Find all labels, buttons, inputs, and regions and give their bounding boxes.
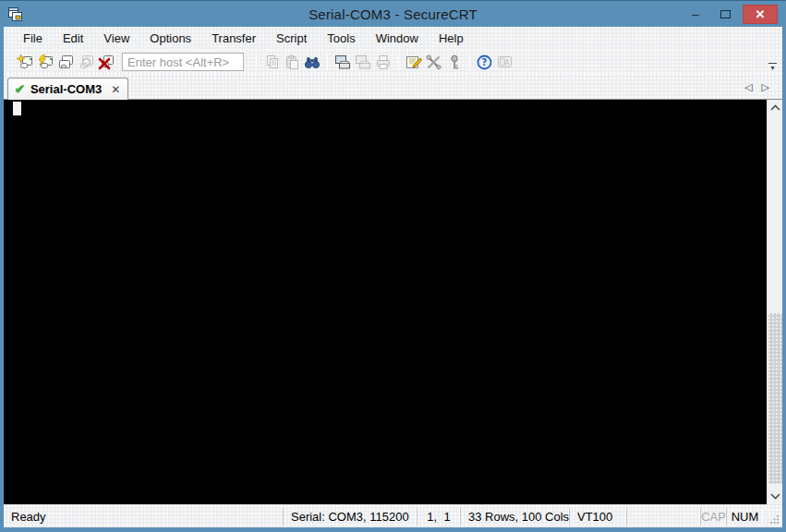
chevron-up-icon: [769, 103, 781, 112]
connect-in-tab-icon: [57, 54, 74, 70]
status-cursor-position: 1, 1: [417, 508, 460, 526]
menu-file[interactable]: File: [13, 30, 53, 47]
menu-help[interactable]: Help: [429, 30, 474, 47]
paste-icon: [284, 54, 300, 70]
resize-grip[interactable]: [763, 508, 782, 526]
copy-icon: [264, 54, 280, 70]
terminal-cursor: [13, 102, 21, 115]
disconnect-icon: [98, 54, 115, 70]
title-bar: Serial-COM3 - SecureCRT – ✕: [0, 1, 786, 27]
tab-close-icon[interactable]: ✕: [111, 83, 120, 96]
terminal-row: [4, 99, 782, 504]
maximize-button[interactable]: [713, 5, 737, 23]
resize-grip-icon: [770, 514, 780, 524]
status-bar: Ready Serial: COM3, 115200 1, 1 33 Rows,…: [4, 504, 782, 527]
key-icon: [448, 54, 461, 70]
svg-text:?: ?: [482, 57, 488, 67]
toolbar-separator: [398, 54, 399, 70]
toolbar-overflow-button[interactable]: ▾: [767, 63, 779, 71]
quick-connect-icon: [37, 54, 54, 70]
global-options-button[interactable]: [424, 52, 444, 72]
font-button[interactable]: A: [495, 52, 515, 72]
print-eject-icon: [355, 54, 371, 70]
minimize-button[interactable]: –: [683, 5, 707, 23]
toolbar-separator: [469, 54, 470, 70]
status-num-lock: NUM: [726, 508, 763, 526]
print-screen-icon: [334, 54, 351, 70]
find-icon: [304, 54, 320, 70]
connected-check-icon: ✔: [15, 82, 25, 96]
minimize-icon: –: [692, 7, 698, 21]
menu-view[interactable]: View: [93, 30, 139, 47]
connect-button[interactable]: [15, 52, 35, 72]
scroll-up-button[interactable]: [768, 100, 783, 115]
reconnect-button[interactable]: [76, 52, 96, 72]
print-screen-button[interactable]: [333, 52, 353, 72]
status-emulation: VT100: [569, 508, 626, 526]
toolbar-separator: [327, 54, 328, 70]
global-options-icon: [426, 54, 442, 70]
tab-serial-com3[interactable]: ✔ Serial-COM3 ✕: [7, 78, 128, 100]
copy-button[interactable]: [261, 52, 282, 72]
status-ready: Ready: [4, 508, 283, 526]
session-options-button[interactable]: [404, 52, 424, 72]
tab-bar: ✔ Serial-COM3 ✕ ◁ ▷: [4, 74, 782, 99]
toolbar: ? A ▾: [4, 49, 782, 74]
terminal-screen[interactable]: [4, 100, 767, 504]
quick-connect-button[interactable]: [35, 52, 55, 72]
tab-scroll-right-icon[interactable]: ▷: [762, 81, 769, 93]
status-caps-lock: CAP: [700, 508, 726, 526]
menu-script[interactable]: Script: [266, 30, 317, 47]
paste-button[interactable]: [282, 52, 302, 72]
chevron-down-icon: [769, 492, 781, 501]
connect-icon: [17, 54, 33, 70]
window-title: Serial-COM3 - SecureCRT: [0, 6, 786, 22]
help-button[interactable]: ?: [475, 52, 495, 72]
scroll-down-button[interactable]: [768, 489, 783, 504]
menu-transfer[interactable]: Transfer: [201, 30, 266, 47]
menu-bar: File Edit View Options Transfer Script T…: [4, 27, 782, 49]
tab-label: Serial-COM3: [30, 82, 102, 96]
status-blank: [626, 508, 700, 526]
window-bottom-border: [0, 527, 786, 532]
menu-options[interactable]: Options: [139, 30, 201, 47]
key-agent-button[interactable]: [444, 52, 465, 72]
session-options-icon: [405, 54, 422, 70]
status-grid-size: 33 Rows, 100 Cols: [460, 508, 569, 526]
host-input[interactable]: [122, 53, 244, 71]
scrollbar-thumb[interactable]: [768, 313, 782, 484]
svg-text:A: A: [504, 58, 510, 66]
maximize-icon: [720, 10, 731, 18]
menu-tools[interactable]: Tools: [317, 30, 365, 47]
close-button[interactable]: ✕: [743, 5, 778, 24]
close-icon: ✕: [756, 7, 766, 21]
reconnect-icon: [78, 54, 94, 70]
help-icon: ?: [477, 54, 493, 70]
chevron-down-icon: ▾: [770, 64, 774, 72]
securecrt-window: Serial-COM3 - SecureCRT – ✕ File Edit Vi…: [0, 0, 786, 532]
print-icon: [375, 54, 392, 70]
font-icon: A: [497, 54, 514, 70]
vertical-scrollbar[interactable]: [767, 100, 782, 504]
find-button[interactable]: [302, 52, 322, 72]
menu-edit[interactable]: Edit: [53, 30, 93, 47]
menu-window[interactable]: Window: [366, 30, 429, 47]
toolbar-separator: [256, 54, 257, 70]
tab-scroll-left-icon[interactable]: ◁: [744, 81, 752, 93]
connect-in-tab-button[interactable]: [55, 52, 76, 72]
print-button[interactable]: [373, 52, 393, 72]
status-connection: Serial: COM3, 115200: [283, 508, 417, 526]
disconnect-button[interactable]: [96, 52, 116, 72]
print-eject-button[interactable]: [353, 52, 373, 72]
